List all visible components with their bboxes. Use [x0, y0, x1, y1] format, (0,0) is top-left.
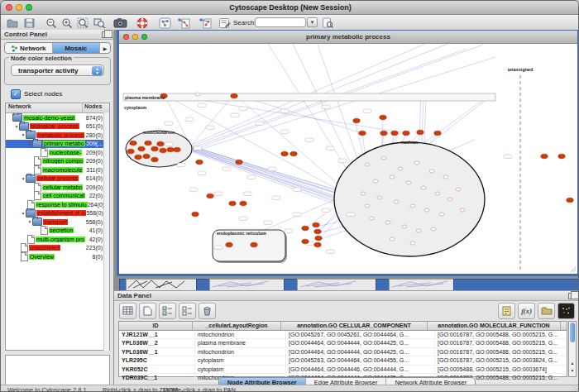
node-label-pill[interactable] [293, 213, 301, 217]
tree-row[interactable]: nitrogen compo209(0) [6, 157, 109, 166]
gene-node-small[interactable] [447, 198, 452, 201]
gene-node-small[interactable] [361, 192, 366, 195]
gene-node-small[interactable] [431, 227, 436, 231]
table-cell[interactable]: YPL036W__2 [119, 339, 195, 347]
node-label-pill[interactable] [231, 113, 239, 117]
tree-row[interactable]: multi-organism pro42(0) [6, 235, 109, 244]
float-panel-icon[interactable] [102, 31, 108, 38]
table-cell[interactable]: [GO:0044464, GO:0044446, GO:0044444, G..… [286, 366, 435, 373]
gene-node-small[interactable] [385, 221, 390, 224]
network-frame-titlebar[interactable]: primary metabolic process [119, 31, 577, 44]
select-attributes-icon[interactable] [159, 303, 176, 319]
title-bar[interactable]: Cytoscape Desktop (New Session) [1, 1, 579, 15]
table-cell[interactable]: cytoplasm [195, 356, 286, 364]
col-cellular-layout-region[interactable]: _cellularLayoutRegion [193, 322, 281, 330]
gene-node[interactable] [315, 236, 322, 241]
snapshot-camera-icon[interactable] [113, 17, 127, 29]
table-row[interactable]: YLR295Ccytoplasm[GO:0045263, GO:0044464,… [119, 356, 567, 365]
gene-node-small[interactable] [365, 204, 370, 208]
table-row[interactable]: YJR121W__1mitochondrion[GO:0045267, GO:0… [119, 331, 567, 339]
table-cell[interactable]: plasma membrane [195, 339, 286, 347]
tree-row[interactable]: unassigned223(0) [6, 244, 109, 253]
layout-a-icon[interactable] [176, 17, 190, 29]
node-label-pill[interactable] [285, 229, 293, 233]
gene-node[interactable] [196, 160, 203, 165]
gene-node[interactable] [143, 154, 150, 159]
layout-b-icon[interactable] [198, 17, 212, 29]
tree-header[interactable]: Network Nodes [6, 103, 109, 113]
gene-node-small[interactable] [402, 225, 407, 228]
gene-node-small[interactable] [406, 181, 411, 184]
table-row[interactable]: YKR052Ccytoplasm[GO:0044464, GO:0044446,… [119, 366, 567, 374]
table-cell[interactable]: [GO:0045267, GO:0045261, GO:0044464, G..… [286, 331, 435, 338]
gene-node[interactable] [290, 151, 297, 156]
node-label-pill[interactable] [198, 103, 206, 108]
gene-node[interactable] [138, 146, 145, 151]
table-cell[interactable]: [GO:0044464, GO:0044444, GO:0044425, G..… [286, 348, 435, 356]
node-label-pill[interactable] [363, 109, 371, 113]
tree-row[interactable]: cellular metabo209(0) [6, 183, 109, 192]
node-label-pill[interactable] [280, 109, 289, 113]
gene-node-small[interactable] [439, 213, 444, 216]
node-label-pill[interactable] [322, 208, 330, 213]
node-label-pill[interactable] [243, 192, 251, 196]
network-canvas[interactable]: plasma membranecytoplasmmitochondrionnuc… [119, 44, 577, 274]
node-label-pill[interactable] [214, 246, 223, 250]
gene-node[interactable] [236, 160, 242, 165]
node-label-pill[interactable] [223, 167, 231, 171]
gene-node[interactable] [207, 194, 213, 198]
table-scrollbar-thumb[interactable] [570, 323, 575, 342]
gene-node-small[interactable] [421, 186, 426, 189]
tree-row[interactable]: ▼transport558(0) [6, 218, 109, 227]
gene-node[interactable] [151, 146, 158, 151]
table-row[interactable]: YPL036W__1mitochondrion[GO:0044464, GO:0… [119, 348, 567, 356]
open-file-icon[interactable] [6, 17, 20, 29]
table-cell[interactable]: YKR052C [119, 366, 195, 373]
node-label-pill[interactable] [185, 117, 194, 122]
network-view-frame[interactable]: primary metabolic process plasma membran… [117, 30, 579, 276]
gene-node[interactable] [281, 151, 288, 156]
table-cell[interactable]: mitochondrion [195, 331, 286, 338]
gene-node[interactable] [160, 148, 166, 153]
function-builder-icon[interactable]: f(x) [518, 303, 535, 319]
table-cell[interactable]: [GO:0016787, GO:0005488, GO:0005215, G..… [435, 348, 571, 356]
data-panel-float-icon[interactable] [568, 293, 575, 299]
gene-node-small[interactable] [410, 204, 415, 208]
new-attribute-icon[interactable] [139, 303, 156, 319]
tree-scrollbar[interactable] [103, 112, 109, 351]
gene-node[interactable] [302, 239, 309, 244]
tab-mosaic[interactable]: Mosaic [53, 43, 101, 53]
gene-node-small[interactable] [195, 93, 200, 96]
gene-node-small[interactable] [410, 241, 415, 245]
gene-node-small[interactable] [460, 208, 465, 212]
network-view-icon[interactable] [158, 17, 172, 29]
table-cell[interactable]: mitochondrion [195, 348, 286, 356]
gene-node-small[interactable] [377, 196, 382, 199]
background-frame-thumbnail[interactable] [297, 279, 377, 290]
zoom-out-icon[interactable] [44, 17, 58, 29]
save-session-icon[interactable] [22, 17, 36, 29]
node-color-dropdown[interactable]: transporter activity ▲▼ [11, 65, 104, 76]
table-cell[interactable]: YPL036W__1 [119, 348, 195, 356]
unselect-attributes-icon[interactable] [179, 303, 196, 319]
node-label-pill[interactable] [194, 146, 202, 151]
node-label-pill[interactable] [189, 188, 198, 192]
col-id[interactable]: ID [119, 322, 193, 330]
node-label-pill[interactable] [305, 138, 313, 142]
gene-node-small[interactable] [394, 200, 399, 203]
tree-row[interactable]: cell communicat22(0) [6, 192, 109, 201]
gene-node[interactable] [174, 147, 180, 152]
table-cell[interactable]: YLR295C [119, 356, 195, 364]
gene-node-small[interactable] [365, 163, 370, 166]
gene-node[interactable] [391, 131, 398, 136]
gene-node[interactable] [353, 118, 360, 123]
attribute-matrix-icon[interactable] [557, 303, 575, 319]
import-attributes-icon[interactable] [538, 303, 555, 319]
gene-node-small[interactable] [429, 170, 434, 173]
gene-node[interactable] [135, 155, 141, 160]
node-label-pill[interactable] [239, 217, 247, 221]
resize-grip[interactable] [572, 386, 579, 392]
tree-col-network[interactable]: Network [6, 103, 83, 112]
tree-row[interactable]: secretion41(0) [6, 227, 109, 236]
gene-node[interactable] [251, 242, 257, 247]
